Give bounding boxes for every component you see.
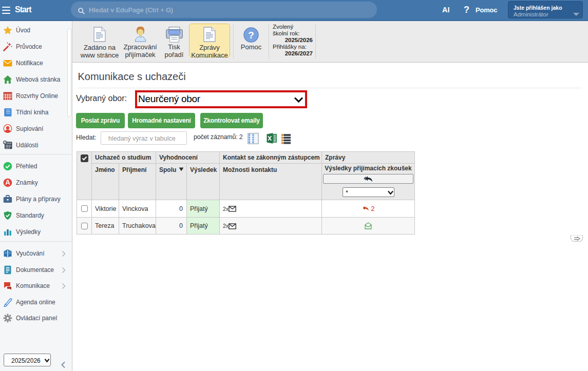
svg-text:?: ?	[248, 30, 254, 41]
